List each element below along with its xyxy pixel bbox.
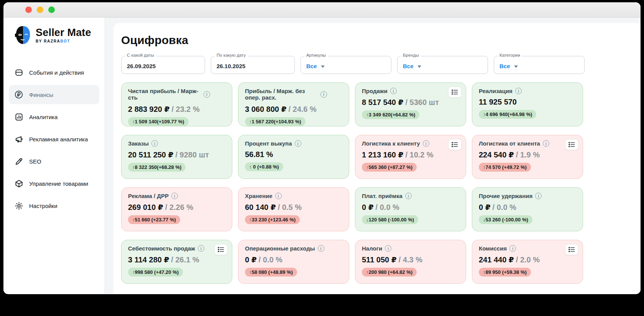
bar-chart-icon (14, 112, 23, 121)
sidebar-item-seo[interactable]: SEO (9, 152, 99, 171)
card-value: 269 010 ₽/ 2.26 % (128, 203, 225, 212)
card-title: Логистика к клиенту (362, 140, 459, 147)
articles-select[interactable]: Артикулы Все (301, 56, 391, 74)
screen-frame: Seller Mate BY RAZRABOT События и действ… (0, 0, 644, 316)
info-icon[interactable] (320, 91, 327, 98)
card-details-list-button[interactable] (448, 139, 462, 150)
card-title: Реклама / ДРР (128, 193, 225, 199)
categories-select[interactable]: Категории Все (494, 56, 585, 74)
delta-badge: ↑1 567 220(+104.93 %) (245, 117, 306, 126)
card-value: 60 140 ₽/ 0.5 % (245, 203, 342, 212)
sidebar-item-label: Управление товарами (29, 180, 88, 187)
metric-card-operating-expenses: Операционные расходы 0 ₽/ 0.0 % ↑58 080 … (238, 240, 349, 284)
card-value: 56.81 % (245, 150, 342, 159)
card-details-list-button[interactable] (565, 244, 578, 255)
info-icon[interactable] (151, 140, 158, 147)
delta-badge: ↑89 950 (+59.38 %) (479, 268, 531, 277)
info-icon[interactable] (295, 140, 301, 147)
date-to-field[interactable]: По какую дату 26.10.2025 (211, 56, 295, 74)
package-icon (14, 179, 23, 188)
card-value: 511 050 ₽/ 4.3 % (362, 255, 459, 264)
card-details-list-button[interactable] (214, 244, 228, 255)
pencil-icon (14, 157, 23, 166)
delta-badge: ↑ 0 (+0.88 %) (245, 162, 283, 171)
delta-badge: ↓120 580 (-100.00 %) (362, 215, 418, 224)
info-icon[interactable] (390, 88, 397, 94)
delta-badge: ↑3 349 620(+64.82 %) (362, 110, 419, 119)
sidebar-item-products[interactable]: Управление товарами (9, 174, 99, 193)
info-icon[interactable] (509, 245, 516, 252)
window-titlebar (3, 2, 641, 18)
field-label: По какую дату (215, 53, 248, 57)
megaphone-icon (14, 134, 23, 144)
metric-card-orders: Заказы 20 511 250 ₽/ 9280 шт ↑8 322 350(… (121, 135, 232, 179)
card-details-list-button[interactable] (565, 139, 578, 150)
card-title: Прибыль / Марж. без опер. расх. (245, 88, 342, 101)
delta-badge: ↑1 509 140(+109.77 %) (128, 117, 189, 126)
sidebar-item-analytics[interactable]: Аналитика (9, 107, 99, 126)
info-icon[interactable] (204, 91, 210, 98)
metric-card-cost-of-sales: Себестоимость продаж 3 114 280 ₽/ 26.1 %… (121, 240, 232, 284)
delta-badge: ↓53 260 (-100.00 %) (479, 215, 532, 224)
card-details-list-button[interactable] (448, 87, 462, 98)
info-icon[interactable] (535, 193, 542, 199)
chevron-down-icon (417, 65, 421, 68)
logo-subtitle: BY RAZRABOT (36, 39, 91, 43)
info-icon[interactable] (385, 245, 391, 252)
date-from-value: 26.09.2025 (127, 63, 156, 69)
info-icon[interactable] (405, 193, 412, 199)
metric-card-logistics-to-client: Логистика к клиенту 1 213 160 ₽/ 10.2 % … (355, 135, 466, 179)
card-title: Процент выкупа (245, 140, 342, 147)
info-icon[interactable] (275, 193, 282, 199)
filters-bar: С какой даты 26.09.2025 По какую дату 26… (121, 56, 633, 74)
content-panel: Оцифровка С какой даты 26.09.2025 По как… (113, 23, 641, 294)
chevron-down-icon (321, 65, 325, 68)
articles-value: Все (306, 63, 317, 69)
metric-card-taxes: Налоги 511 050 ₽/ 4.3 % ↑200 980 (+64.82… (355, 240, 466, 284)
delta-badge: ↑200 980 (+64.82 %) (362, 268, 417, 277)
delta-badge: ↑33 230 (+123.46 %) (245, 215, 300, 224)
card-value: 3 114 280 ₽/ 26.1 % (128, 255, 225, 264)
app-logo: Seller Mate BY RAZRABOT (9, 23, 99, 45)
date-from-field[interactable]: С какой даты 26.09.2025 (121, 56, 205, 74)
sidebar-item-label: Настройки (29, 203, 58, 209)
delta-badge: ↑565 360 (+87.27 %) (362, 163, 417, 172)
card-value: 224 540 ₽/ 1.9 % (479, 150, 576, 159)
logo-face-icon (14, 25, 32, 45)
card-title: Хранение (245, 193, 342, 199)
minimize-window-button[interactable] (37, 7, 43, 13)
info-icon[interactable] (543, 140, 549, 147)
maximize-window-button[interactable] (48, 7, 55, 13)
info-icon[interactable] (171, 193, 178, 199)
metric-card-net-profit: Чистая прибыль / Марж-сть 2 883 920 ₽/ 2… (121, 82, 232, 126)
metric-card-advertising: Реклама / ДРР 269 010 ₽/ 2.26 % ↑51 660 … (121, 187, 232, 231)
sidebar-item-finances[interactable]: Финансы (9, 85, 99, 104)
sidebar-item-ad-analytics[interactable]: Рекламная аналитика (9, 129, 99, 149)
sidebar-item-settings[interactable]: Настройки (9, 196, 99, 215)
wallet-icon (14, 68, 23, 77)
close-window-button[interactable] (25, 7, 32, 13)
info-icon[interactable] (198, 245, 204, 252)
metric-card-commission: Комиссия 241 440 ₽/ 2.0 % ↑89 950 (+59.3… (472, 240, 583, 284)
info-icon[interactable] (423, 140, 429, 147)
metric-card-logistics-from-client: Логистика от клиента 224 540 ₽/ 1.9 % ↑7… (472, 135, 583, 179)
sidebar-item-events[interactable]: События и действия (9, 63, 99, 82)
gear-icon (14, 201, 23, 210)
brands-select[interactable]: Бренды Все (397, 56, 488, 74)
sidebar-item-label: SEO (29, 158, 41, 165)
card-value: 2 883 920 ₽/ 23.2 % (128, 105, 225, 114)
delta-badge: ↑8 322 350(+68.28 %) (128, 163, 186, 172)
card-value: 20 511 250 ₽/ 9280 шт (128, 150, 225, 159)
app-window: Seller Mate BY RAZRABOT События и действ… (3, 2, 641, 294)
card-title: Операционные расходы (245, 245, 342, 252)
sidebar-nav: События и действия Финансы (9, 63, 99, 215)
card-value: 11 925 570 (479, 98, 576, 106)
sidebar-item-label: Рекламная аналитика (29, 136, 88, 142)
sidebar-item-label: Финансы (29, 92, 53, 98)
card-value: 3 060 800 ₽/ 24.6 % (245, 105, 342, 114)
card-title: Логистика от клиента (479, 140, 576, 147)
card-title: Плат. приёмка (362, 193, 459, 199)
card-title: Прочие удержания (479, 193, 576, 199)
info-icon[interactable] (515, 88, 522, 94)
info-icon[interactable] (318, 245, 324, 252)
